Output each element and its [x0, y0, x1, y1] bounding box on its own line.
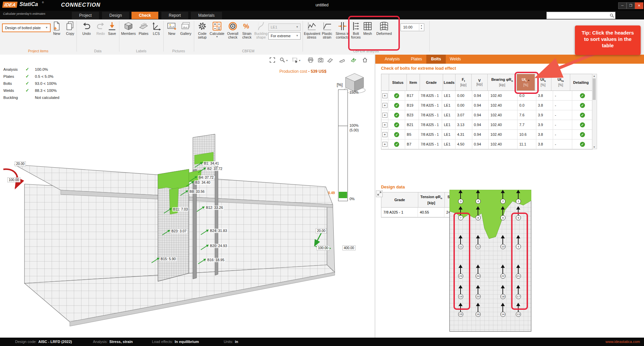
- table-row[interactable]: + ✓ B17 7/8 A325 - 1 LE1 0.00 0.94 102.4…: [381, 91, 592, 101]
- expand-row-button[interactable]: +: [382, 113, 387, 118]
- select-tool-button[interactable]: [291, 56, 299, 64]
- column-header-status[interactable]: Status: [389, 74, 407, 91]
- bolt-force-marker[interactable]: 5: [516, 206, 521, 221]
- bolt-force-marker[interactable]: 19: [458, 285, 463, 300]
- table-scrollbar[interactable]: ▲ ▼: [592, 74, 597, 149]
- bolt-force-marker[interactable]: 2: [500, 190, 505, 205]
- expand-row-button[interactable]: +: [382, 142, 387, 147]
- deformed-scale-spinner[interactable]: 10.00 ▲▼: [400, 23, 424, 31]
- fit-view-button[interactable]: [268, 56, 276, 64]
- bolt-force-marker[interactable]: 17: [516, 285, 521, 300]
- bolt-force-marker[interactable]: 21: [516, 265, 521, 279]
- tab-report[interactable]: Report: [161, 12, 188, 19]
- table-row[interactable]: + ✓ B7 7/8 A325 - 1 LE1 4.50 0.94 102.40…: [381, 139, 592, 149]
- bolt-force-marker[interactable]: 23: [458, 265, 463, 279]
- column-header-loads[interactable]: Loads: [443, 74, 455, 91]
- bolt-force-marker[interactable]: 8: [475, 206, 481, 221]
- bolt-force-marker[interactable]: 24: [475, 265, 481, 279]
- column-header-detailing[interactable]: Detailing: [570, 74, 592, 91]
- table-row[interactable]: + ✓ B19 7/8 A325 - 1 LE1 0.00 0.94 102.4…: [381, 101, 592, 110]
- buckling-shape-button[interactable]: Buckling shape: [254, 21, 268, 39]
- bolt-force-marker[interactable]: 1: [516, 190, 521, 205]
- load-effect-combo[interactable]: LE1▼: [268, 23, 301, 31]
- column-header-grade[interactable]: Grade: [420, 74, 443, 91]
- tab-plates[interactable]: Plates: [406, 55, 427, 64]
- bolt-force-marker[interactable]: 15: [458, 303, 463, 318]
- new-project-item-button[interactable]: New: [50, 21, 64, 36]
- tab-bolts[interactable]: Bolts: [426, 55, 446, 64]
- column-header-bearing[interactable]: Bearing φRn [kip]: [488, 74, 517, 91]
- picture-new-button[interactable]: New: [165, 21, 178, 36]
- home-view-button[interactable]: [361, 56, 369, 64]
- minimize-button[interactable]: ─: [618, 2, 627, 9]
- equivalent-stress-button[interactable]: Equivalent stress: [304, 21, 319, 39]
- search-box[interactable]: [546, 12, 615, 19]
- plastic-strain-button[interactable]: Plastic strain: [319, 21, 335, 39]
- column-header-v[interactable]: V [kip]: [472, 74, 488, 91]
- scroll-up-icon[interactable]: ▲: [592, 75, 596, 77]
- table-row[interactable]: + ✓ B23 7/8 A325 - 1 LE1 3.07 0.94 102.4…: [381, 110, 592, 120]
- code-setup-button[interactable]: Code setup: [195, 21, 209, 39]
- expand-row-button[interactable]: +: [382, 122, 387, 127]
- scroll-down-icon[interactable]: ▼: [592, 146, 596, 148]
- save-button[interactable]: Save: [105, 21, 119, 36]
- screenshot-button[interactable]: [317, 56, 325, 64]
- tab-project[interactable]: Project: [72, 12, 99, 19]
- column-header-uts[interactable]: Uts [%]: [535, 74, 551, 91]
- table-row[interactable]: + ✓ B5 7/8 A325 - 1 LE1 4.31 0.94 102.40…: [381, 130, 592, 139]
- expand-row-button[interactable]: +: [382, 103, 387, 108]
- labels-members-button[interactable]: Members: [120, 21, 137, 36]
- calculate-button[interactable]: Calculate ▼: [209, 21, 225, 38]
- workplane-button[interactable]: [326, 56, 334, 64]
- zoom-tool-caret-icon[interactable]: ▼: [286, 59, 288, 62]
- bolt-force-marker[interactable]: 3: [458, 190, 463, 205]
- expand-row-button[interactable]: +: [382, 132, 387, 137]
- undo-button[interactable]: Undo: [80, 21, 93, 36]
- column-header-ft[interactable]: Ft [kip]: [455, 74, 472, 91]
- model-viewport[interactable]: ▼ ▼ Analysis ✓: [0, 55, 375, 338]
- spinner-arrows-icon[interactable]: ▲▼: [419, 24, 424, 31]
- print-button[interactable]: [307, 56, 315, 64]
- gallery-button[interactable]: Gallery: [178, 21, 193, 36]
- column-header-expand[interactable]: [381, 74, 389, 91]
- extreme-combo[interactable]: For extreme▼: [268, 32, 301, 40]
- tab-analysis[interactable]: Analysis: [380, 55, 405, 64]
- measure-button[interactable]: [338, 56, 346, 64]
- labels-lcs-button[interactable]: LCS: [150, 21, 162, 36]
- scrollbar-thumb[interactable]: [593, 78, 596, 100]
- bolt-force-marker[interactable]: 14: [500, 303, 505, 318]
- tab-check[interactable]: Check: [131, 12, 158, 19]
- stress-in-contacts-button[interactable]: Stress in contacts: [335, 21, 350, 39]
- tab-materials[interactable]: Materials: [191, 12, 222, 19]
- bolt-force-marker[interactable]: 4: [475, 190, 481, 205]
- column-header-item[interactable]: Item: [407, 74, 420, 91]
- expand-row-button[interactable]: +: [382, 93, 387, 98]
- section-plane-button[interactable]: [350, 56, 358, 64]
- column-header-utt-sorted[interactable]: Utt▲ [%]: [517, 74, 535, 91]
- website-link[interactable]: www.ideastatica.com: [605, 338, 640, 346]
- bolt-force-marker[interactable]: 7: [458, 206, 463, 221]
- maximize-button[interactable]: ❐: [627, 2, 635, 9]
- strain-check-button[interactable]: % Strain check: [240, 21, 254, 39]
- column-header-utts[interactable]: Utts [%]: [551, 74, 570, 91]
- tab-design[interactable]: Design: [102, 12, 129, 19]
- search-icon[interactable]: [610, 13, 614, 19]
- bolt-force-marker[interactable]: 12: [475, 235, 481, 250]
- bolt-force-marker[interactable]: 10: [500, 235, 505, 250]
- bolt-force-marker[interactable]: 13: [516, 303, 521, 318]
- bolt-force-marker[interactable]: 9: [516, 235, 521, 250]
- search-input[interactable]: [548, 12, 609, 18]
- bolt-force-marker[interactable]: 11: [458, 235, 463, 250]
- copy-button[interactable]: Copy: [64, 21, 76, 36]
- labels-plates-button[interactable]: Plates: [137, 21, 150, 36]
- mesh-button[interactable]: Mesh: [362, 21, 373, 36]
- expand-view-button[interactable]: [376, 190, 383, 197]
- bolt-force-marker[interactable]: 20: [475, 285, 481, 300]
- bolt-force-marker[interactable]: 6: [500, 206, 505, 221]
- bolt-force-marker[interactable]: 18: [500, 285, 505, 300]
- operation-dropdown[interactable]: Design of bolted plate▼: [2, 23, 51, 32]
- close-button[interactable]: ✕: [635, 2, 643, 9]
- bolt-forces-button[interactable]: Bolt forces: [350, 21, 362, 39]
- bolt-force-marker[interactable]: 22: [500, 265, 505, 279]
- tab-welds[interactable]: Welds: [445, 55, 466, 64]
